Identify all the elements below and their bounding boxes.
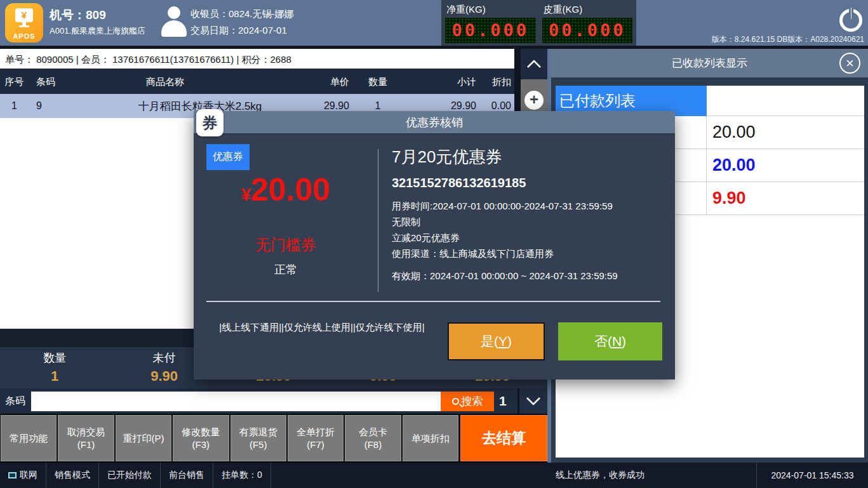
close-icon[interactable]: ×: [839, 53, 860, 74]
avatar-body: [161, 20, 187, 37]
horizontal-divider: [206, 301, 660, 302]
front-sales: 前台销售: [161, 463, 213, 488]
fbtn-label: 单项折扣: [411, 432, 450, 445]
search-icon: [452, 398, 459, 405]
tare-weight-label: 皮重(KG): [542, 3, 633, 18]
expand-panel-button[interactable]: [517, 388, 547, 414]
coupon-verification-dialog: 优惠券核销 券 优惠券 ¥20.00 无门槛券 正常 7月20元优惠券 3215…: [194, 111, 675, 379]
single-item-discount-button[interactable]: 单项折扣: [403, 415, 458, 461]
summary-qty: 数量 1: [0, 347, 109, 388]
coupon-channel: 使用渠道：线上商城及线下门店通用券: [392, 246, 671, 261]
held-orders-count: 挂单数：0: [213, 463, 271, 488]
member-card-button[interactable]: 会员卡(F8): [345, 415, 401, 461]
coupon-use-time: 用券时间:2024-07-01 00:00:00-2024-07-31 23:5…: [392, 198, 671, 214]
order-info-bar: 单号： 8090005 | 会员： 13761676611(1376167661…: [0, 49, 514, 70]
vertical-divider: [378, 149, 378, 292]
fbtn-key: (F1): [77, 439, 95, 451]
item-unit-price: 29.90: [289, 100, 349, 112]
top-header: ¥ APOS 机号：809 A001.般果農業上海旗艦店 收银员：0824.无锡…: [0, 0, 868, 46]
power-icon[interactable]: [838, 6, 865, 33]
plus-icon: +: [524, 91, 544, 110]
payment-amount: 20.00: [707, 149, 756, 181]
reprint-button[interactable]: 重打印(P): [116, 415, 171, 461]
status-bar: 联网 销售模式 已开始付款 前台销售 挂单数：0 线上优惠券，收券成功 2024…: [0, 463, 868, 488]
col-unit-price: 单价: [289, 76, 349, 88]
coupon-validity: 有效期：2024-07-01 00:00:00 ~ 2024-07-31 23:…: [392, 270, 671, 282]
coupon-badge-icon: 券: [196, 109, 224, 136]
checkout-button[interactable]: 去结算: [460, 415, 547, 461]
summary-qty-label: 数量: [0, 350, 109, 366]
network-icon: [8, 472, 17, 478]
cashier-name: 收银员：0824.无锡-娜娜: [190, 8, 294, 20]
logo-brand-text: APOS: [5, 32, 43, 40]
col-seq: 序号: [0, 76, 29, 88]
item-subtotal: 29.90: [406, 100, 476, 112]
coupon-type-chip: 优惠券: [206, 144, 250, 170]
tare-weight-display: 00.000: [542, 18, 633, 43]
coupon-info: 7月20元优惠券 3215152786132619185 用券时间:2024-0…: [392, 146, 671, 282]
network-label: 联网: [20, 470, 37, 481]
collapse-panel-button[interactable]: [521, 49, 547, 79]
item-barcode: 9: [29, 100, 111, 112]
sales-mode: 销售模式: [46, 463, 99, 488]
no-button[interactable]: 否(N): [558, 322, 662, 360]
net-weight-group: 净重(KG) 00.000: [445, 3, 536, 43]
fbtn-label: 重打印(P): [123, 432, 164, 445]
cashier-avatar-icon: [161, 6, 188, 37]
coupon-description: 立减20元优惠券: [392, 230, 671, 246]
common-functions-button[interactable]: 常用功能: [1, 415, 57, 461]
store-name: A001.般果農業上海旗艦店: [50, 25, 145, 37]
fbtn-label: 取消交易: [67, 426, 105, 439]
item-discount: 0.00: [476, 100, 511, 112]
payment-amount: 9.90: [707, 182, 746, 214]
net-weight-label: 净重(KG): [445, 3, 536, 18]
dialog-title: 优惠券核销: [194, 111, 675, 135]
fbtn-key: (F8): [364, 439, 382, 451]
coupon-name: 7月20元优惠券: [392, 146, 671, 168]
machine-number: 机号：809: [50, 7, 106, 23]
fbtn-label: 会员卡: [359, 426, 387, 439]
scale-weight-panel: 净重(KG) 00.000 皮重(KG) 00.000: [441, 0, 636, 46]
no-post: ): [622, 334, 626, 349]
item-qty: 1: [349, 100, 406, 112]
modify-qty-button[interactable]: 修改数量(F3): [173, 415, 229, 461]
fbtn-label: 有票退货: [239, 426, 277, 439]
fbtn-label: 常用功能: [10, 432, 48, 445]
coupon-conditions: |线上线下通用||仅允许线上使用||仅允许线下使用|: [197, 320, 446, 334]
summary-qty-value: 1: [0, 368, 109, 385]
power-bar: [849, 6, 853, 19]
yes-key: Y: [498, 334, 507, 349]
item-seq: 1: [0, 100, 29, 112]
chevron-down-icon: [525, 396, 542, 406]
col-barcode: 条码: [29, 76, 111, 88]
no-key: N: [612, 334, 622, 349]
cancel-transaction-button[interactable]: 取消交易(F1): [58, 415, 114, 461]
col-discount: 折扣: [476, 76, 511, 88]
apos-logo: ¥ APOS: [5, 3, 43, 43]
search-button[interactable]: 搜索: [441, 392, 494, 411]
items-table-header: 序号 条码 商品名称 单价 数量 小计 折扣: [0, 70, 514, 94]
search-button-label: 搜索: [462, 394, 483, 409]
col-qty: 数量: [349, 76, 406, 88]
logo-yen-symbol: ¥: [22, 10, 27, 20]
whole-order-discount-button[interactable]: 全单打折(F7): [288, 415, 344, 461]
col-subtotal: 小计: [406, 76, 476, 88]
barcode-input[interactable]: [31, 392, 441, 411]
scan-count: 1: [494, 393, 507, 409]
currency-symbol: ¥: [241, 185, 251, 204]
yes-button[interactable]: 是(Y): [448, 322, 545, 360]
function-button-row: 常用功能 取消交易(F1) 重打印(P) 修改数量(F3) 有票退货(F5) 全…: [0, 414, 547, 463]
coupon-status: 正常: [194, 262, 378, 277]
version-info: 版本：8.24.621.15 DB版本：A028.20240621: [712, 34, 864, 45]
fbtn-label: 修改数量: [182, 426, 220, 439]
fbtn-key: (F3): [192, 439, 210, 451]
chevron-up-icon: [526, 59, 542, 69]
net-weight-display: 00.000: [445, 18, 536, 43]
avatar-head: [168, 6, 180, 19]
fbtn-key: (F5): [250, 439, 267, 451]
tare-weight-group: 皮重(KG) 00.000: [542, 3, 633, 43]
payment-amount: 20.00: [707, 116, 756, 148]
receipt-return-button[interactable]: 有票退货(F5): [230, 415, 286, 461]
logo-monitor-icon: ¥: [15, 8, 33, 22]
yes-pre: 是(: [481, 333, 498, 350]
